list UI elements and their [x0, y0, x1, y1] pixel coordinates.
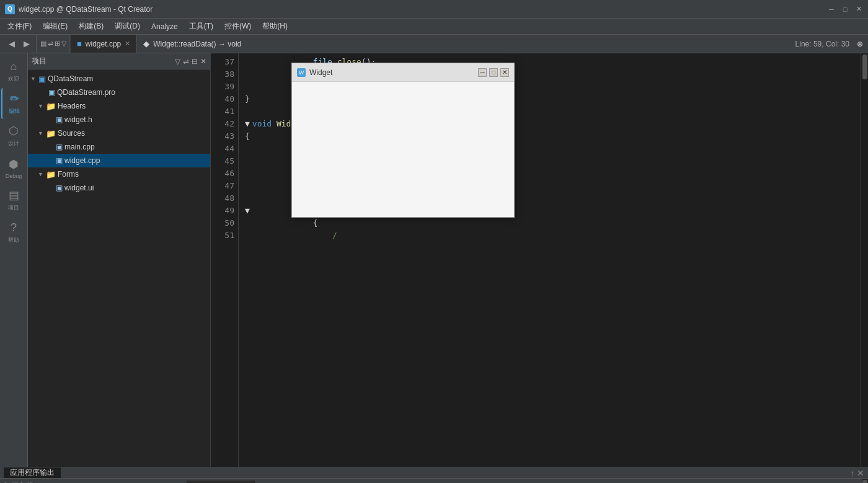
- project-panel-title: 项目: [32, 56, 46, 66]
- toolbar-sync-icon: ⇌: [48, 40, 53, 48]
- tree-item-widget-cpp[interactable]: ▣ widget.cpp: [28, 154, 210, 167]
- output-container: QDataStream ✕ 18:34:26: Starting E:\QT c…: [183, 479, 862, 483]
- menu-build[interactable]: 构建(B): [74, 20, 108, 33]
- toolbar-project-label: ▤: [40, 40, 46, 48]
- welcome-icon: ⌂: [11, 60, 17, 73]
- widget-dialog: W Widget ─ □ ✕: [291, 63, 515, 218]
- sources-label: Sources: [58, 129, 85, 138]
- maximize-button[interactable]: □: [841, 5, 849, 14]
- code-line-51: /: [245, 229, 854, 242]
- menu-analyze[interactable]: Analyze: [146, 21, 183, 32]
- sidebar: ⌂ 欢迎 ✏ 编辑 ⬡ 设计 ⬢ Debug ▤ 项目 ? 帮助: [0, 53, 28, 467]
- sidebar-item-help[interactable]: ? 帮助: [1, 217, 26, 248]
- output-scrollbar[interactable]: [862, 479, 868, 483]
- output-scrollbar-thumb[interactable]: [862, 480, 867, 483]
- arrow-42[interactable]: ▼: [245, 118, 250, 130]
- code-scrollbar[interactable]: [861, 53, 868, 467]
- help-icon: ?: [11, 221, 17, 234]
- main-cpp-label: main.cpp: [64, 143, 95, 151]
- project-sync-icon[interactable]: ⇌: [183, 57, 189, 66]
- project-tree: ▼ ▣ QDataStream ▣ QDataStream.pro ▼ 📁 He…: [28, 69, 210, 467]
- code-editor[interactable]: 37 38 39 40 41 42 43 44 45 46 47 48 49 5…: [211, 53, 868, 467]
- toolbar-nav: ◀ ▶: [2, 35, 37, 53]
- menu-edit[interactable]: 编辑(E): [38, 20, 73, 33]
- code-area: 37 38 39 40 41 42 43 44 45 46 47 48 49 5…: [211, 53, 868, 467]
- tree-item-widget-ui[interactable]: ▣ widget.ui: [28, 181, 210, 195]
- tree-item-forms[interactable]: ▼ 📁 Forms: [28, 167, 210, 181]
- project-split-icon[interactable]: ⊟: [192, 57, 198, 66]
- output-tab[interactable]: 应用程序输出: [4, 467, 61, 478]
- menu-tools[interactable]: 工具(T): [184, 20, 218, 33]
- breadcrumb-path: Widget::readData() → void: [153, 40, 241, 48]
- pro-file-icon: ▣: [48, 88, 55, 97]
- forms-arrow-icon: ▼: [38, 171, 44, 177]
- tree-item-widget-h[interactable]: ▣ widget.h: [28, 113, 210, 126]
- process-tab[interactable]: QDataStream ✕: [187, 481, 255, 483]
- project-icon: ▤: [9, 188, 19, 202]
- menu-help[interactable]: 帮助(H): [257, 20, 293, 33]
- breadcrumb-area: ◆ Widget::readData() → void: [138, 39, 246, 48]
- project-panel-controls: ▽ ⇌ ⊟ ✕: [175, 57, 206, 66]
- tree-item-main-cpp[interactable]: ▣ main.cpp: [28, 140, 210, 154]
- widget-close-btn[interactable]: ✕: [500, 68, 509, 77]
- sidebar-item-welcome[interactable]: ⌂ 欢迎: [1, 56, 26, 87]
- toolbar-grid-icon: ⊞: [55, 40, 60, 48]
- widget-ui-label: widget.ui: [64, 184, 94, 192]
- bottom-arrow-up[interactable]: ↑: [850, 468, 854, 478]
- widget-dialog-app-icon: W: [297, 68, 306, 77]
- tree-expand-icon: ▼: [30, 76, 37, 82]
- bottom-controls: ↑ ✕: [850, 468, 864, 478]
- edit-icon: ✏: [10, 92, 19, 105]
- widget-dialog-title: Widget: [309, 68, 332, 77]
- sidebar-item-design[interactable]: ⬡ 设计: [1, 120, 26, 151]
- menu-file[interactable]: 文件(F): [2, 20, 37, 33]
- file-tab-icon: ■: [77, 39, 82, 48]
- sidebar-item-project[interactable]: ▤ 项目: [1, 185, 26, 216]
- bottom-left-panel: 打开文档 ▽ ⊟ ✕ ▣ main.cpp ▣ widget.cpp ▣: [0, 479, 183, 483]
- widget-cpp-label: widget.cpp: [64, 156, 100, 165]
- file-tab[interactable]: ■ widget.cpp ✕: [71, 35, 137, 53]
- widget-maximize-btn[interactable]: □: [489, 68, 498, 77]
- project-node-icon: ▣: [38, 74, 46, 84]
- process-tab-bar: QDataStream ✕: [183, 479, 862, 483]
- sources-arrow-icon: ▼: [38, 130, 44, 136]
- sidebar-item-edit[interactable]: ✏ 编辑: [1, 88, 26, 119]
- file-tab-name: widget.cpp: [86, 40, 121, 48]
- open-docs-header: 打开文档 ▽ ⊟ ✕: [0, 479, 182, 483]
- tree-pro-label: QDataStream.pro: [57, 88, 115, 97]
- menu-debug[interactable]: 调试(D): [110, 20, 145, 33]
- project-filter-icon[interactable]: ▽: [175, 57, 180, 66]
- breadcrumb-icon: ◆: [143, 39, 149, 48]
- cpp-icon1: ▣: [56, 143, 63, 151]
- bottom-tabs-bar: 应用程序输出 ↑ ✕: [0, 467, 868, 479]
- tree-item-headers[interactable]: ▼ 📁 Headers: [28, 99, 210, 113]
- file-tab-close[interactable]: ✕: [125, 40, 130, 48]
- menu-controls[interactable]: 控件(W): [219, 20, 256, 33]
- window-controls: ─ □ ✕: [827, 5, 863, 14]
- scrollbar-thumb[interactable]: [862, 55, 867, 79]
- tree-item-pro[interactable]: ▣ QDataStream.pro: [28, 86, 210, 99]
- tree-item-sources[interactable]: ▼ 📁 Sources: [28, 126, 210, 140]
- toolbar: ◀ ▶ ▤ ⇌ ⊞ ▽ ■ widget.cpp ✕ ◆ Widget::rea…: [0, 35, 868, 53]
- toolbar-filter-icon: ▽: [61, 40, 66, 48]
- headers-folder-icon: 📁: [46, 102, 56, 111]
- toolbar-expand-icon[interactable]: ⊕: [857, 40, 863, 48]
- widget-minimize-btn[interactable]: ─: [478, 68, 487, 77]
- tree-item-project[interactable]: ▼ ▣ QDataStream: [28, 72, 210, 86]
- forms-folder-icon: 📁: [46, 170, 56, 179]
- project-close-icon[interactable]: ✕: [200, 57, 206, 66]
- bottom-close-btn[interactable]: ✕: [857, 468, 864, 478]
- toolbar-nav-left[interactable]: ◀: [5, 37, 19, 51]
- app-icon: Q: [5, 4, 15, 14]
- project-panel: 项目 ▽ ⇌ ⊟ ✕ ▼ ▣ QDataStream ▣ QDataStream…: [28, 53, 211, 467]
- menu-bar: 文件(F) 编辑(E) 构建(B) 调试(D) Analyze 工具(T) 控件…: [0, 19, 868, 35]
- toolbar-nav-right[interactable]: ▶: [20, 37, 33, 51]
- close-button[interactable]: ✕: [854, 5, 863, 14]
- ui-file-icon: ▣: [56, 184, 63, 192]
- minimize-button[interactable]: ─: [827, 5, 836, 14]
- widget-dialog-body: [292, 82, 514, 217]
- widget-dialog-titlebar: W Widget ─ □ ✕: [292, 63, 514, 82]
- sidebar-item-debug[interactable]: ⬢ Debug: [1, 153, 26, 184]
- forms-label: Forms: [58, 170, 79, 179]
- h-file-icon: ▣: [56, 115, 63, 124]
